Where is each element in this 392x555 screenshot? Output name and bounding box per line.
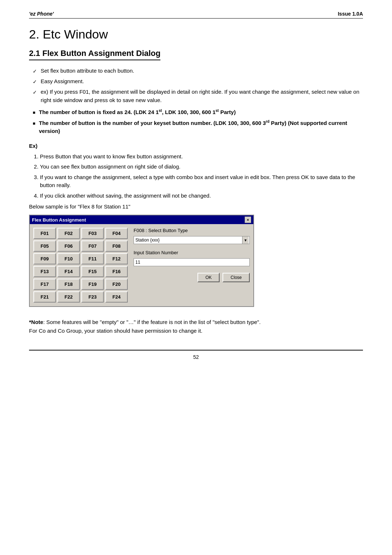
note-section: *Note: Some features will be "empty" or … bbox=[29, 318, 363, 335]
header-right: Issue 1.0A bbox=[338, 11, 363, 17]
flex-button-grid: F01F02F03F04F05F06F07F08F09F10F11F12F13F… bbox=[33, 228, 128, 303]
subsection-block: 2.1 Flex Button Assignment Dialog bbox=[29, 49, 363, 67]
flex-button-f23[interactable]: F23 bbox=[81, 291, 104, 303]
note-line2: For Co and Co Group, your station should… bbox=[29, 328, 203, 334]
check-bullet-list: ✓ Set flex button attribute to each butt… bbox=[29, 67, 363, 104]
flex-button-f08[interactable]: F08 bbox=[105, 240, 128, 252]
page-container: 'ez Phone' Issue 1.0A 2. Etc Window 2.1 … bbox=[0, 0, 392, 555]
section-title: 2. Etc Window bbox=[29, 27, 363, 41]
check-bullet-3: ✓ ex) If you press F01, the assignment w… bbox=[33, 88, 363, 104]
below-sample: Below sample is for "Flex 8 for Station … bbox=[29, 203, 363, 210]
flex-button-f03[interactable]: F03 bbox=[81, 228, 104, 239]
square-bullet-list: ■ The number of button is fixed as 24. (… bbox=[29, 108, 363, 135]
step-4: If you click another without saving, the… bbox=[40, 192, 363, 200]
flex-button-f20[interactable]: F20 bbox=[105, 279, 128, 290]
dialog-title: Flex Button Assignment bbox=[32, 217, 86, 223]
dropdown-text: Station {xxx} bbox=[135, 238, 242, 243]
step-1: Press Button that you want to know flex … bbox=[40, 153, 363, 161]
check-icon-1: ✓ bbox=[33, 68, 37, 75]
flex-button-f12[interactable]: F12 bbox=[105, 253, 128, 264]
input-field-container[interactable]: 11 bbox=[134, 258, 250, 266]
header-left: 'ez Phone' bbox=[29, 11, 54, 17]
note-bold: *Note bbox=[29, 319, 43, 325]
square-bullet-2: ■ The number of button is the number of … bbox=[33, 119, 363, 135]
input-label: Input Station Number bbox=[134, 250, 250, 255]
flex-button-f10[interactable]: F10 bbox=[57, 253, 80, 264]
ex-label: Ex) bbox=[29, 143, 363, 149]
flex-button-f24[interactable]: F24 bbox=[105, 291, 128, 303]
input-value: 11 bbox=[135, 260, 140, 265]
check-bullet-1: ✓ Set flex button attribute to each butt… bbox=[33, 67, 363, 75]
dialog-titlebar: Flex Button Assignment × bbox=[30, 215, 253, 224]
flex-button-f09[interactable]: F09 bbox=[33, 253, 56, 264]
check-bullet-2: ✓ Easy Assignment. bbox=[33, 77, 363, 86]
footer-bar: 52 bbox=[29, 350, 363, 360]
flex-button-f07[interactable]: F07 bbox=[81, 240, 104, 252]
flex-button-f01[interactable]: F01 bbox=[33, 228, 56, 239]
dialog-buttons: OK Close bbox=[134, 273, 250, 282]
dialog-close-icon[interactable]: × bbox=[245, 216, 251, 223]
flex-button-f14[interactable]: F14 bbox=[57, 266, 80, 277]
flex-button-f22[interactable]: F22 bbox=[57, 291, 80, 303]
dialog-wrapper: Flex Button Assignment × F01F02F03F04F05… bbox=[29, 215, 363, 307]
flex-button-f19[interactable]: F19 bbox=[81, 279, 104, 290]
square-bullet-1: ■ The number of button is fixed as 24. (… bbox=[33, 108, 363, 117]
square-icon-1: ■ bbox=[33, 109, 35, 116]
flex-button-f18[interactable]: F18 bbox=[57, 279, 80, 290]
flex-button-f17[interactable]: F17 bbox=[33, 279, 56, 290]
check-icon-3: ✓ bbox=[33, 89, 37, 96]
step-3: If you want to change the assignment, se… bbox=[40, 173, 363, 190]
square-icon-2: ■ bbox=[33, 120, 35, 127]
flex-button-f13[interactable]: F13 bbox=[33, 266, 56, 277]
subsection-title: 2.1 Flex Button Assignment Dialog bbox=[29, 49, 160, 60]
flex-button-f15[interactable]: F15 bbox=[81, 266, 104, 277]
square-bullet-2-text: The number of button is the number of yo… bbox=[39, 119, 363, 135]
close-button[interactable]: Close bbox=[222, 273, 250, 282]
numbered-list: Press Button that you want to know flex … bbox=[29, 153, 363, 200]
dialog-content: F01F02F03F04F05F06F07F08F09F10F11F12F13F… bbox=[30, 224, 253, 306]
dropdown-container[interactable]: Station {xxx} ▼ bbox=[134, 236, 250, 244]
step-2: You can see flex button assignment on ri… bbox=[40, 163, 363, 171]
ok-button[interactable]: OK bbox=[197, 273, 220, 282]
header-bar: 'ez Phone' Issue 1.0A bbox=[29, 11, 363, 19]
dropdown-arrow-icon[interactable]: ▼ bbox=[242, 236, 249, 244]
flex-button-f06[interactable]: F06 bbox=[57, 240, 80, 252]
square-bullet-1-text: The number of button is fixed as 24. (LD… bbox=[39, 108, 236, 117]
dialog-box: Flex Button Assignment × F01F02F03F04F05… bbox=[29, 215, 254, 307]
type-label: F008 : Select Button Type bbox=[134, 228, 250, 233]
page-number: 52 bbox=[193, 354, 199, 360]
note-line1: *Note: Some features will be "empty" or … bbox=[29, 319, 261, 325]
flex-button-f05[interactable]: F05 bbox=[33, 240, 56, 252]
right-panel: F008 : Select Button Type Station {xxx} … bbox=[131, 228, 250, 303]
flex-button-f11[interactable]: F11 bbox=[81, 253, 104, 264]
flex-button-f21[interactable]: F21 bbox=[33, 291, 56, 303]
flex-button-f02[interactable]: F02 bbox=[57, 228, 80, 239]
flex-button-f04[interactable]: F04 bbox=[105, 228, 128, 239]
flex-button-f16[interactable]: F16 bbox=[105, 266, 128, 277]
check-icon-2: ✓ bbox=[33, 78, 37, 86]
